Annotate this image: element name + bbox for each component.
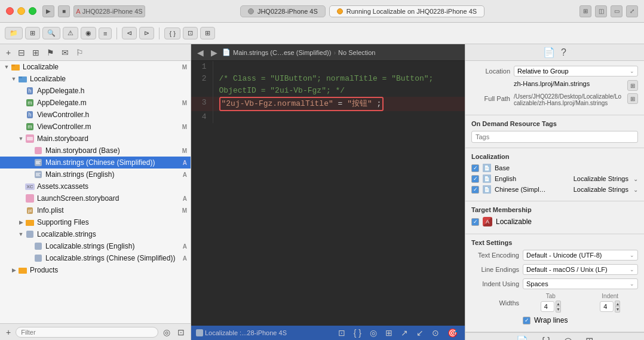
build-btn[interactable]: ◉ [81, 27, 96, 39]
traffic-lights [6, 7, 36, 15]
indent-width-input[interactable]: 4 [600, 301, 614, 312]
footer-btn6[interactable]: ↙ [414, 327, 426, 339]
wrap-lines-checkbox[interactable]: ✓ [523, 317, 530, 324]
sidebar-item-supporting-files[interactable]: ▶ Supporting Files [0, 216, 191, 228]
sidebar-item-assets[interactable]: XC Assets.xcassets [0, 180, 191, 192]
panel-toggle[interactable]: ▭ [611, 5, 622, 17]
sidebar-nav-btn[interactable]: + [4, 47, 13, 59]
sidebar-item-localizable-strings-chinese[interactable]: Localizable.strings (Chinese (Simplified… [0, 252, 191, 264]
inspector-file-btn[interactable]: 📄 [543, 47, 555, 58]
back-fwd-btn[interactable]: ⊲ [122, 27, 137, 39]
target-checkbox[interactable]: ✓ [471, 218, 479, 226]
indent-stepper-up[interactable]: ▲ [615, 301, 620, 307]
sidebar-item-launchscreen[interactable]: LaunchScreen.storyboard A [0, 192, 191, 204]
warning-btn[interactable]: ⚠ [63, 27, 78, 39]
localization-dropdown-chinese[interactable]: ⌄ [633, 186, 638, 193]
inspector-bottom-btn1[interactable]: 📄 [513, 334, 532, 340]
sidebar-item-main-storyboard[interactable]: ▼ Main.storyboard [0, 133, 191, 145]
localization-checkbox-english[interactable]: ✓ [471, 175, 479, 183]
localization-dropdown-english[interactable]: ⌄ [633, 176, 638, 182]
footer-btn4[interactable]: ⊞ [383, 327, 395, 339]
sidebar-item-main-strings-chinese[interactable]: Main.strings (Chinese (Simplified)) A [0, 157, 191, 169]
sidebar-item-appdelegate-h[interactable]: h AppDelegate.h [0, 85, 191, 97]
tab-width-input[interactable]: 4 [541, 301, 554, 312]
maximize-button[interactable] [29, 7, 36, 15]
sidebar-item-viewcontroller-m[interactable]: m ViewController.m M [0, 121, 191, 133]
layout-toggle[interactable]: ◫ [595, 5, 607, 17]
minimize-button[interactable] [17, 7, 25, 15]
editor-source-btn[interactable]: { } [164, 27, 180, 39]
inspector-bottom-btn2[interactable]: { } [538, 335, 554, 341]
localization-checkbox-base[interactable]: ✓ [471, 164, 479, 172]
line-endings-field[interactable]: Default - macOS / Unix (LF) ⌄ [523, 264, 638, 275]
list-btn[interactable]: ≡ [99, 27, 112, 39]
sidebar-item-main-storyboard-base[interactable]: Main.storyboard (Base) M [0, 145, 191, 157]
editor-canvas-btn[interactable]: ⊡ [183, 27, 198, 39]
indent-stepper[interactable]: ▲ ▼ [615, 301, 620, 313]
stop-button[interactable]: ■ [58, 5, 70, 17]
sidebar-item-appdelegate-m[interactable]: m AppDelegate.m M [0, 97, 191, 109]
inspector-toolbar: 📄 ? [465, 44, 644, 61]
tab-inactive[interactable]: JHQ0228-iPhone 4S [240, 5, 326, 17]
sidebar-errors-btn[interactable]: ⚐ [73, 47, 86, 59]
sidebar-filter-btn[interactable]: ⊟ [16, 47, 27, 59]
sidebar-warnings-btn[interactable]: ⚑ [44, 47, 57, 59]
scope-btn[interactable]: ⊡ [175, 326, 187, 338]
text-encoding-field[interactable]: Default - Unicode (UTF-8) ⌄ [523, 250, 638, 261]
tab-stepper-up[interactable]: ▲ [556, 301, 561, 307]
footer-btn1[interactable]: ⊡ [336, 327, 348, 339]
indent-using-field[interactable]: Spaces ⌄ [523, 278, 638, 289]
close-button[interactable] [6, 7, 14, 15]
inspector-bottom-btn4[interactable]: ⊞ [582, 334, 597, 340]
inspector-toggle[interactable]: ⊞ [579, 5, 591, 17]
folder-blue-icon [18, 74, 27, 84]
editor-assistant-btn[interactable]: ⊞ [200, 27, 215, 39]
indent-using-label: Indent Using [471, 280, 519, 287]
folder-btn[interactable]: 📁 [5, 27, 23, 39]
sidebar-item-localizable-strings-english[interactable]: Localizable.strings (English) A [0, 240, 191, 252]
sidebar-item-localizable-root[interactable]: ▼ Localizable M [0, 61, 191, 73]
fwd-btn[interactable]: ⊳ [139, 27, 154, 39]
tab-stepper[interactable]: ▲ ▼ [556, 301, 561, 313]
sidebar-item-label: Main.strings (Chinese (Simplified)) [45, 158, 155, 167]
tab-stepper-down[interactable]: ▼ [556, 307, 561, 313]
footer-btn3[interactable]: ◎ [367, 327, 379, 339]
inspector-bottom-btn3[interactable]: ◎ [560, 334, 576, 340]
sidebar-messages-btn[interactable]: ✉ [59, 47, 71, 59]
search-input[interactable] [16, 327, 158, 338]
indent-stepper-down[interactable]: ▼ [615, 307, 620, 313]
sidebar-item-localizable-strings-group[interactable]: ▼ Localizable.strings [0, 228, 191, 240]
copy-path-button[interactable]: ⊞ [627, 80, 638, 91]
sidebar-item-localizable-folder[interactable]: ▼ Localizable [0, 73, 191, 85]
footer-btn2[interactable]: { } [351, 327, 364, 339]
sidebar-item-infoplist[interactable]: pl Info.plist M [0, 204, 191, 216]
tags-input[interactable] [471, 131, 638, 143]
footer-btn7[interactable]: ⊙ [430, 327, 441, 339]
footer-btn5[interactable]: ↗ [398, 327, 410, 339]
sidebar-sort-btn[interactable]: ⊞ [30, 47, 42, 59]
scheme-selector[interactable]: A JHQ0228-iPhone 4S [73, 5, 145, 17]
line-number: 1 [191, 61, 213, 73]
inspector-target-section: Target Membership ✓ A Localizable [465, 201, 644, 234]
sidebar-item-main-strings-english[interactable]: Main.strings (English) A [0, 169, 191, 180]
sidebar-item-products[interactable]: ▶ Products [0, 264, 191, 276]
fullscreen-toggle[interactable]: ⤢ [626, 5, 638, 17]
localization-checkbox-chinese[interactable]: ✓ [471, 186, 479, 194]
sidebar-item-viewcontroller-h[interactable]: h ViewController.h [0, 109, 191, 121]
location-dropdown[interactable]: Relative to Group ⌄ [514, 66, 638, 76]
inspector-help-btn[interactable]: ? [561, 47, 566, 58]
search-btn[interactable]: 🔍 [42, 27, 60, 39]
filter-btn[interactable]: ◎ [161, 326, 173, 338]
arrow-icon: ▼ [17, 231, 25, 237]
editor-content[interactable]: 1 2 /* Class = "UIButton"; normalTitle =… [191, 61, 465, 326]
code-line-2: 2 /* Class = "UIButton"; normalTitle = "… [191, 73, 465, 97]
editor-back-btn[interactable]: ◀ [195, 47, 206, 59]
copy-fullpath-button[interactable]: ⊞ [627, 93, 638, 104]
footer-btn8[interactable]: 🎯 [445, 327, 460, 339]
sidebar-item-label: Localizable.strings (English) [45, 242, 134, 250]
tab-active[interactable]: Running Localizable on JHQ0228-iPhone 4S [329, 5, 484, 17]
add-btn[interactable]: ⊞ [25, 27, 40, 39]
run-button[interactable]: ▶ [42, 5, 54, 17]
editor-fwd-btn[interactable]: ▶ [208, 47, 220, 59]
add-file-button[interactable]: + [4, 326, 13, 338]
